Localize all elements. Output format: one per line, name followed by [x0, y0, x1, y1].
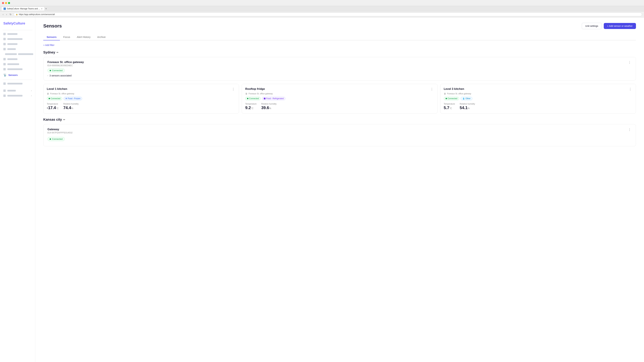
sensor-card-level3-kitchen: Level 3 kitchen ⋮ 🖥 Foveaux St. office g…: [440, 84, 636, 114]
sidebar-item-5[interactable]: [0, 52, 35, 57]
tab-sensors[interactable]: Sensors: [43, 34, 60, 40]
add-filter-button[interactable]: + Add filter: [43, 44, 636, 46]
sensor-card-header-1: Level 1 kitchen ⋮: [47, 87, 236, 91]
sensor-tags-1: Connected ❄ Food - Frozen: [47, 97, 236, 100]
gateway-header: Foveaux St. office gateway EUI-00005813D…: [48, 60, 632, 67]
sensor-gateway-3: 🖥 Foveaux St. office gateway: [444, 92, 632, 95]
sidebar-item-bottom-1[interactable]: [0, 81, 35, 86]
group-label-1: [8, 90, 16, 91]
connected-dot-2: [247, 98, 248, 99]
nav-icon-2: [3, 38, 6, 40]
tab-archive[interactable]: Archive: [94, 34, 109, 40]
sensor-more-button-2[interactable]: ⋮: [430, 87, 434, 91]
sensor-gateway-label-1: Foveaux St. office gateway: [50, 92, 74, 95]
sidebar-item-3[interactable]: [0, 41, 35, 46]
humidity-reading-3: Relative humidity 54.1%: [460, 103, 475, 110]
gateway-card-kansas: Gateway EUI-647FDAFFFE014532 ⋮ Connected: [43, 124, 636, 146]
unit-settings-button[interactable]: Unit settings: [582, 23, 602, 29]
tab-title: SafetyCulture: Manage Teams and ...: [7, 7, 40, 10]
lock-icon: 🔒: [16, 13, 18, 15]
sydney-label: Sydney: [43, 50, 55, 54]
sidebar-item-7[interactable]: [0, 62, 35, 67]
browser-chrome: [0, 0, 644, 6]
maximize-button[interactable]: [8, 2, 10, 4]
logo-culture: Culture: [14, 21, 25, 25]
nav-label-7: [8, 63, 19, 65]
frozen-icon: ❄: [66, 97, 67, 100]
nav-label-bottom-1: [8, 83, 22, 84]
kansas-gateway-more-button[interactable]: ⋮: [628, 128, 632, 131]
humidity-reading-2: Relative humidity 39.6%: [261, 103, 276, 110]
sydney-edit-icon[interactable]: ✏: [56, 51, 58, 54]
gateway-status-badge: Connected: [48, 68, 65, 72]
chevron-right-icon: ›: [31, 94, 32, 97]
other-tag: 💧 Other: [460, 97, 472, 100]
nav-label-5a: [5, 53, 17, 55]
gateway-eui: EUI-00005813D35ED8EC: [48, 64, 84, 67]
gateway-more-button[interactable]: ⋮: [628, 60, 632, 64]
sensor-readings-2: Temperature 9.2°C Relative humidity 39.6…: [245, 103, 434, 110]
group-label-2: [8, 95, 22, 96]
sidebar-item-sensors[interactable]: 📡 Sensors: [0, 72, 35, 78]
browser-tab[interactable]: SafetyCulture: Manage Teams and ... ✕: [1, 7, 44, 10]
new-tab-button[interactable]: +: [45, 7, 47, 10]
sensor-card-header-2: Rooftop fridge ⋮: [245, 87, 434, 91]
humidity-label-2: Relative humidity: [261, 103, 276, 105]
close-button[interactable]: [2, 2, 4, 4]
forward-button[interactable]: ›: [6, 13, 8, 16]
sidebar-group-item-2[interactable]: ›: [0, 93, 35, 98]
sidebar-item-6[interactable]: [0, 57, 35, 62]
minimize-button[interactable]: [5, 2, 7, 4]
sensor-name-3: Level 3 kitchen: [444, 87, 464, 91]
tab-alert-history[interactable]: Alert History: [74, 34, 94, 40]
status-dot: [50, 70, 51, 71]
connected-label-2: Connected: [249, 97, 259, 100]
tab-focus[interactable]: Focus: [60, 34, 74, 40]
sidebar-sensors-label: Sensors: [8, 74, 18, 76]
reload-button[interactable]: ↻: [9, 13, 12, 16]
url-bar[interactable]: 🔒 https://app.safetyculture.com/sensors/…: [14, 12, 642, 16]
sensor-cards-row: Level 1 kitchen ⋮ 🖥 Foveaux St. office g…: [43, 84, 636, 114]
sidebar-item-1[interactable]: [0, 31, 35, 36]
sidebar-item-8[interactable]: [0, 67, 35, 72]
connected-tag-2: Connected: [245, 97, 260, 100]
humidity-reading-1: Relative humidity 74.4%: [63, 103, 78, 110]
tab-bar: SafetyCulture: Manage Teams and ... ✕ +: [0, 6, 644, 11]
tab-close-button[interactable]: ✕: [41, 8, 42, 10]
sensors-associated-row[interactable]: › 3 sensors associated: [48, 74, 632, 77]
connected-label-3: Connected: [448, 97, 457, 100]
sidebar-group-item-1[interactable]: ›: [0, 88, 35, 93]
sensor-gateway-label-2: Foveaux St. office gateway: [248, 92, 273, 95]
kansas-status-area: Connected: [48, 135, 632, 143]
temp-label-3: Temperature: [444, 103, 455, 105]
temp-value-3: 5.7°C: [444, 105, 455, 110]
nav-label-5b: [18, 53, 33, 55]
humidity-label-3: Relative humidity: [460, 103, 475, 105]
nav-icon-3: [3, 43, 6, 45]
sensor-more-button-1[interactable]: ⋮: [231, 87, 236, 91]
temp-value-2: 9.2°C: [245, 105, 256, 110]
sidebar-item-4[interactable]: [0, 46, 35, 52]
nav-icon-7: [3, 63, 6, 65]
add-sensor-button[interactable]: + Add sensor or weather: [604, 23, 636, 29]
refrigerated-tag: Food - Refrigerated: [262, 97, 286, 100]
gateway-router-icon-2: 🖥: [245, 92, 248, 95]
humidity-value-3: 54.1%: [460, 105, 475, 110]
kansas-edit-icon[interactable]: ✏: [63, 118, 65, 121]
gateway-router-icon-1: 🖥: [47, 92, 49, 95]
page-header: Sensors Unit settings + Add sensor or we…: [43, 23, 636, 29]
sensor-name-2: Rooftop fridge: [245, 87, 265, 91]
sensor-more-button-3[interactable]: ⋮: [628, 87, 632, 91]
temp-reading-1: Temperature -17.4°C: [47, 103, 58, 110]
back-button[interactable]: ‹: [2, 13, 4, 16]
kansas-status-dot: [50, 138, 51, 140]
kansas-gateway-header: Gateway EUI-647FDAFFFE014532 ⋮: [48, 128, 632, 134]
nav-label-3: [8, 43, 18, 45]
humidity-unit-3: %: [468, 107, 470, 110]
section-kansas-city: Kansas city ✏ Gateway EUI-647FDAFFFE0145…: [43, 118, 636, 146]
temp-reading-3: Temperature 5.7°C: [444, 103, 455, 110]
refrigerated-label: Food - Refrigerated: [266, 97, 284, 100]
sidebar-item-2[interactable]: [0, 36, 35, 41]
nav-icon-bottom-1: [3, 82, 6, 85]
group-icon-2: [3, 94, 6, 97]
